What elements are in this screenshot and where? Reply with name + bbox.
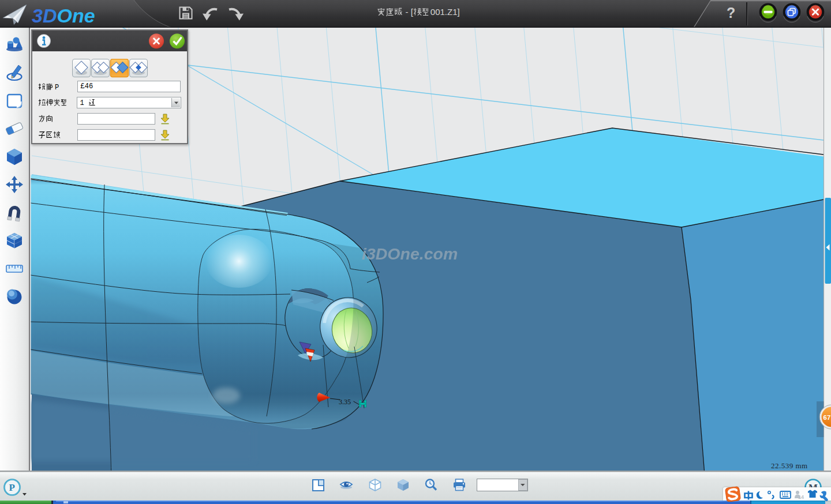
svg-text:3DOne: 3DOne [32, 5, 95, 27]
svg-text:?: ? [727, 5, 735, 21]
svg-text:i3DOne.com: i3DOne.com [362, 245, 458, 263]
svg-text:67: 67 [823, 414, 831, 421]
svg-text:22.539 mm: 22.539 mm [771, 461, 808, 470]
svg-text:3.35: 3.35 [339, 398, 351, 406]
svg-text:14: 14 [798, 494, 804, 500]
svg-text:P: P [9, 482, 15, 493]
